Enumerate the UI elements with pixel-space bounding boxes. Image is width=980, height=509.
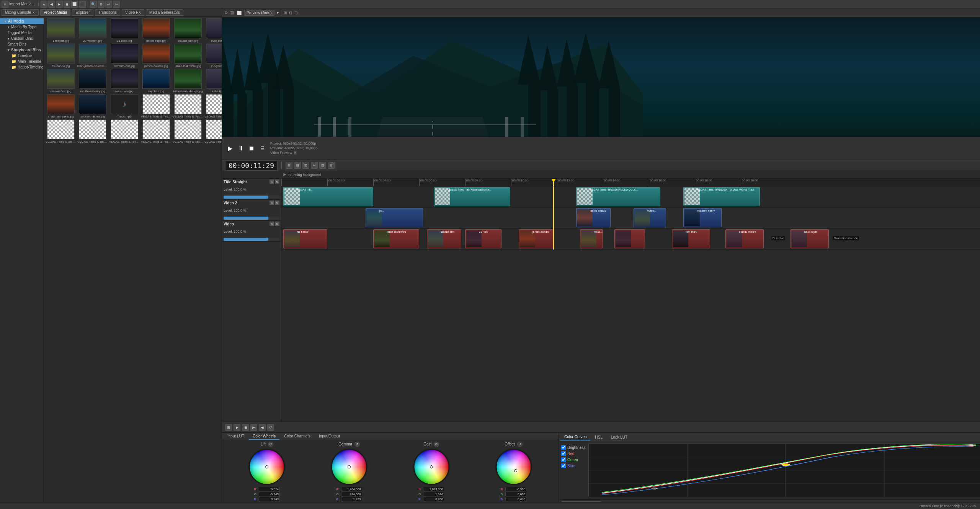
gain-r-val[interactable]: 1,088,000 [423, 487, 444, 491]
pause-btn[interactable]: ⏸ [237, 144, 245, 153]
list-item[interactable]: VEGAS Titles & Text ADVANCED COLO... [46, 119, 76, 144]
offset-wheel-container[interactable] [495, 448, 533, 486]
list-item[interactable]: 1-friends.jpg [46, 18, 76, 42]
clip-title-1[interactable]: VEGAS Titl... [283, 187, 373, 206]
tab-transitions[interactable]: Transitions [95, 9, 121, 16]
list-item[interactable]: joe-yates.jpg [204, 44, 222, 68]
offset-b-val[interactable]: 0,400 [505, 497, 526, 501]
list-item[interactable]: 20-women.jpg [77, 18, 108, 42]
tl-btn-4[interactable]: ✂ [311, 162, 318, 169]
list-item[interactable]: andre-filipe.jpg [141, 18, 172, 42]
list-item[interactable]: sourav-mishra.jpg [77, 94, 108, 118]
tab-hsl[interactable]: HSL [591, 434, 606, 440]
tree-storyboard-bins[interactable]: ▾ Storyboard Bins [0, 47, 44, 53]
list-item[interactable]: evor-cole.jpg [204, 18, 222, 42]
gain-wheel-container[interactable] [412, 448, 451, 486]
clip-v3-7[interactable] [614, 229, 645, 248]
tree-custom-bins[interactable]: ▾ Custom Bins [0, 36, 44, 41]
tl-btn-6[interactable]: ⊟ [328, 162, 335, 169]
clip-v2-2[interactable]: james-zwadlo [576, 208, 611, 227]
clip-v3-10[interactable]: ruud-luijten [791, 229, 829, 248]
preview-btn4[interactable]: ⊞ [284, 11, 287, 15]
color-tab-io[interactable]: Input/Output [315, 433, 344, 440]
tb-btn-play[interactable]: ▶ [56, 1, 63, 8]
clip-v2-1[interactable]: jw... [366, 208, 423, 227]
tab-project-media[interactable]: Project Media [40, 9, 70, 16]
list-item[interactable]: fer-nando.jpg [46, 44, 76, 68]
clip-title-4[interactable]: VEGAS Titles_Text EASY-TO-USE VIGNETTES [683, 187, 760, 206]
tree-timeline[interactable]: 📁 Timeline [0, 53, 44, 59]
preview-btn5[interactable]: ⊡ [289, 11, 292, 15]
list-item[interactable]: VEGAS Titles & Text 43 [173, 94, 203, 118]
track-level-slider-1[interactable] [224, 196, 279, 199]
tb-btn-3[interactable]: ⬜ [71, 1, 78, 8]
cb-green[interactable] [561, 457, 566, 462]
preview-btn6[interactable]: ⊟ [294, 11, 297, 15]
tl-bottom-btn-prev[interactable]: ⏮ [250, 424, 257, 431]
list-item[interactable]: VEGAS Titles & Text BEAUTIFUL VIGNE... [77, 119, 108, 144]
clip-v3-6[interactable]: maso... [580, 229, 603, 248]
offset-reset-btn[interactable]: ↺ [517, 442, 523, 447]
video-preview-btn[interactable]: ✕ [294, 151, 297, 155]
list-item[interactable]: 21-rock.jpg [109, 18, 140, 42]
tb-btn-4[interactable]: ⬛ [79, 1, 86, 8]
tl-btn-3[interactable]: ⊠ [302, 162, 309, 169]
tb-btn-stop[interactable]: ◼ [64, 1, 70, 8]
list-item[interactable]: shadman-sakib.jpg [46, 94, 76, 118]
list-item[interactable]: ram-maru.jpg [109, 69, 140, 93]
list-item[interactable]: rolands-varsbergs.jpg [173, 69, 203, 93]
list-item[interactable]: VEGAS Titles & Text 45 [204, 94, 222, 118]
tab-media-generators[interactable]: Media Generators [146, 9, 183, 16]
clip-v2-3[interactable]: maso... [634, 208, 666, 227]
cb-red[interactable] [561, 451, 566, 456]
tab-look-lut[interactable]: Look LUT [607, 434, 631, 440]
tl-bottom-btn-play[interactable]: ▶ [234, 424, 240, 431]
tl-btn-5[interactable]: ⊡ [319, 162, 326, 169]
tree-smart-bins[interactable]: Smart Bins [0, 41, 44, 47]
list-item[interactable]: VEGAS Titles & Text DISCOVER CREAT... [173, 119, 203, 144]
timecode-display[interactable]: 00:00:11:29 [225, 160, 278, 171]
color-tab-channels[interactable]: Color Channels [280, 433, 314, 440]
list-item[interactable]: lilian-justen-de-vasco ncellos.jpg [77, 44, 108, 68]
list-item[interactable]: ruud-luijten.jpg [204, 69, 222, 93]
offset-g-val[interactable]: 0,009 [505, 492, 526, 496]
tb-btn-2[interactable]: ◀ [48, 1, 55, 8]
track-level-slider-2[interactable] [224, 217, 279, 220]
import-media-btn[interactable]: ≡ [2, 1, 8, 8]
tree-haupt-timeline[interactable]: 📁 Haupt-Timeline [0, 64, 44, 70]
tree-tagged-media[interactable]: Tagged Media [0, 30, 44, 36]
tb-btn-5[interactable]: 🔍 [90, 1, 97, 8]
track-content-area[interactable]: 00:00:02:00 00:00:04:00 00:00:06:00 00:0… [281, 179, 980, 422]
gamma-r-val[interactable]: 1,464,000 [341, 487, 362, 491]
preview-label[interactable]: Preview (Auto) [244, 10, 274, 16]
tl-bottom-btn-loop[interactable]: ↺ [267, 424, 274, 431]
tree-media-by-type[interactable]: ▾ Media By Type [0, 24, 44, 30]
gain-g-val[interactable]: 1,016 [423, 492, 444, 496]
list-item[interactable]: claudia-lam.jpg [173, 18, 203, 42]
gamma-b-val[interactable]: 1,829 [341, 497, 362, 501]
gamma-wheel-container[interactable] [330, 448, 368, 486]
tl-bottom-btn-stop[interactable]: ⏹ [242, 424, 249, 431]
tree-all-media[interactable]: ▾ All Media [0, 18, 44, 24]
tab-color-curves[interactable]: Color Curves [560, 434, 590, 440]
track-mute-btn-1[interactable]: M [275, 179, 279, 184]
tl-bottom-btn-next[interactable]: ⏭ [259, 424, 266, 431]
tl-btn-2[interactable]: ⊟ [294, 162, 301, 169]
gamma-g-val[interactable]: 744,000 [341, 492, 362, 496]
tab-video-fx[interactable]: Video FX [122, 9, 144, 16]
list-item[interactable]: VEGAS Titles & Text 42 [141, 94, 172, 118]
stop-btn[interactable]: ⏹ [247, 144, 256, 153]
color-tab-input-lut[interactable]: Input LUT [224, 433, 248, 440]
clip-v3-4[interactable]: 21-rock [465, 229, 501, 248]
list-item[interactable]: VEGAS Titles & Text DIRECT UPLOAD TO [141, 119, 172, 144]
clip-v3-3[interactable]: claudia-lam [427, 229, 461, 248]
track-solo-btn-2[interactable]: S [270, 201, 274, 205]
clip-v2-4[interactable]: matthew-henry [683, 208, 722, 227]
tl-btn-1[interactable]: ⊞ [286, 162, 292, 169]
clip-title-3[interactable]: VEGAS Titles_Text ADVANCED COLO... [576, 187, 660, 206]
gain-b-val[interactable]: 0,960 [423, 497, 444, 501]
preview-btn3[interactable]: ⬜ [237, 11, 242, 15]
list-item[interactable]: james-zwadlo.jpg [141, 44, 172, 68]
clip-title-2[interactable]: VEGAS Titles_Text Advanced color... [434, 187, 510, 206]
play-btn[interactable]: ▶ [226, 144, 234, 153]
